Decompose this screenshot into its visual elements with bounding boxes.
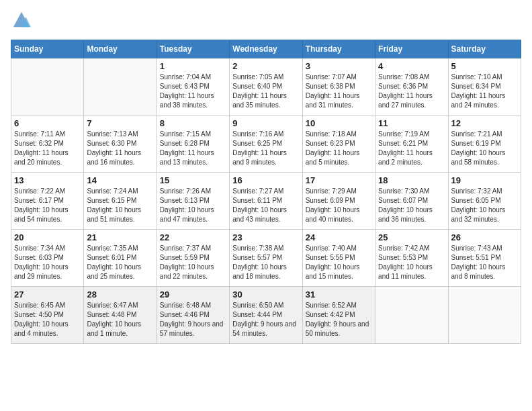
- calendar-cell: 23Sunrise: 7:38 AM Sunset: 5:57 PM Dayli…: [230, 230, 302, 287]
- day-info: Sunrise: 7:13 AM Sunset: 6:30 PM Dayligh…: [87, 130, 153, 167]
- day-number: 27: [14, 289, 81, 300]
- calendar-header-wednesday: Wednesday: [230, 40, 302, 58]
- calendar-header-thursday: Thursday: [302, 40, 375, 58]
- calendar-cell: 28Sunrise: 6:47 AM Sunset: 4:48 PM Dayli…: [84, 287, 157, 344]
- calendar-week-row: 27Sunrise: 6:45 AM Sunset: 4:50 PM Dayli…: [11, 287, 521, 344]
- day-number: 14: [87, 175, 153, 185]
- calendar-cell: 2Sunrise: 7:05 AM Sunset: 6:40 PM Daylig…: [230, 58, 302, 116]
- calendar-header-row: SundayMondayTuesdayWednesdayThursdayFrid…: [11, 40, 521, 58]
- calendar-cell: 7Sunrise: 7:13 AM Sunset: 6:30 PM Daylig…: [84, 116, 157, 173]
- day-info: Sunrise: 7:18 AM Sunset: 6:23 PM Dayligh…: [306, 130, 372, 167]
- calendar-cell: 25Sunrise: 7:42 AM Sunset: 5:53 PM Dayli…: [375, 230, 448, 287]
- day-info: Sunrise: 7:40 AM Sunset: 5:55 PM Dayligh…: [306, 244, 372, 281]
- day-number: 21: [87, 232, 153, 242]
- calendar-cell: 8Sunrise: 7:15 AM Sunset: 6:28 PM Daylig…: [157, 116, 229, 173]
- day-info: Sunrise: 7:37 AM Sunset: 5:59 PM Dayligh…: [160, 244, 226, 281]
- day-info: Sunrise: 6:50 AM Sunset: 4:44 PM Dayligh…: [232, 301, 299, 338]
- calendar-week-row: 1Sunrise: 7:04 AM Sunset: 6:43 PM Daylig…: [11, 58, 521, 116]
- day-number: 18: [378, 175, 445, 185]
- calendar-cell: 9Sunrise: 7:16 AM Sunset: 6:25 PM Daylig…: [230, 116, 302, 173]
- calendar-cell: [448, 287, 521, 344]
- calendar-header-monday: Monday: [84, 40, 157, 58]
- day-number: 31: [306, 289, 372, 300]
- day-number: 9: [232, 118, 299, 128]
- logo-icon: [12, 11, 31, 30]
- day-number: 20: [14, 232, 81, 242]
- calendar-cell: [11, 58, 84, 116]
- calendar-header-friday: Friday: [375, 40, 448, 58]
- logo: [11, 11, 31, 33]
- day-info: Sunrise: 7:29 AM Sunset: 6:09 PM Dayligh…: [306, 187, 372, 224]
- day-number: 10: [306, 118, 372, 128]
- calendar-cell: 16Sunrise: 7:27 AM Sunset: 6:11 PM Dayli…: [230, 173, 302, 230]
- calendar-header-saturday: Saturday: [448, 40, 521, 58]
- calendar-cell: 5Sunrise: 7:10 AM Sunset: 6:34 PM Daylig…: [448, 58, 521, 116]
- day-info: Sunrise: 6:45 AM Sunset: 4:50 PM Dayligh…: [14, 301, 81, 338]
- calendar-week-row: 13Sunrise: 7:22 AM Sunset: 6:17 PM Dayli…: [11, 173, 521, 230]
- calendar-cell: 30Sunrise: 6:50 AM Sunset: 4:44 PM Dayli…: [230, 287, 302, 344]
- day-info: Sunrise: 7:05 AM Sunset: 6:40 PM Dayligh…: [232, 73, 299, 110]
- day-info: Sunrise: 6:48 AM Sunset: 4:46 PM Dayligh…: [160, 301, 226, 338]
- calendar-cell: 12Sunrise: 7:21 AM Sunset: 6:19 PM Dayli…: [448, 116, 521, 173]
- day-info: Sunrise: 7:35 AM Sunset: 6:01 PM Dayligh…: [87, 244, 153, 281]
- day-number: 5: [451, 61, 518, 71]
- day-info: Sunrise: 7:11 AM Sunset: 6:32 PM Dayligh…: [14, 130, 81, 167]
- calendar-cell: 20Sunrise: 7:34 AM Sunset: 6:03 PM Dayli…: [11, 230, 84, 287]
- day-info: Sunrise: 7:24 AM Sunset: 6:15 PM Dayligh…: [87, 187, 153, 224]
- day-info: Sunrise: 7:21 AM Sunset: 6:19 PM Dayligh…: [451, 130, 518, 167]
- day-info: Sunrise: 7:38 AM Sunset: 5:57 PM Dayligh…: [232, 244, 299, 281]
- calendar-cell: [375, 287, 448, 344]
- day-info: Sunrise: 7:42 AM Sunset: 5:53 PM Dayligh…: [378, 244, 445, 281]
- day-number: 28: [87, 289, 153, 300]
- day-number: 6: [14, 118, 81, 128]
- calendar-cell: 1Sunrise: 7:04 AM Sunset: 6:43 PM Daylig…: [157, 58, 229, 116]
- day-info: Sunrise: 7:16 AM Sunset: 6:25 PM Dayligh…: [232, 130, 299, 167]
- calendar-cell: 10Sunrise: 7:18 AM Sunset: 6:23 PM Dayli…: [302, 116, 375, 173]
- calendar-cell: 29Sunrise: 6:48 AM Sunset: 4:46 PM Dayli…: [157, 287, 229, 344]
- day-info: Sunrise: 7:32 AM Sunset: 6:05 PM Dayligh…: [451, 187, 518, 224]
- calendar-cell: 13Sunrise: 7:22 AM Sunset: 6:17 PM Dayli…: [11, 173, 84, 230]
- day-number: 11: [378, 118, 445, 128]
- calendar-cell: 6Sunrise: 7:11 AM Sunset: 6:32 PM Daylig…: [11, 116, 84, 173]
- day-info: Sunrise: 7:15 AM Sunset: 6:28 PM Dayligh…: [160, 130, 226, 167]
- calendar-week-row: 20Sunrise: 7:34 AM Sunset: 6:03 PM Dayli…: [11, 230, 521, 287]
- day-number: 2: [232, 61, 299, 71]
- day-number: 22: [160, 232, 226, 242]
- calendar-cell: 4Sunrise: 7:08 AM Sunset: 6:36 PM Daylig…: [375, 58, 448, 116]
- calendar-cell: 22Sunrise: 7:37 AM Sunset: 5:59 PM Dayli…: [157, 230, 229, 287]
- day-number: 17: [306, 175, 372, 185]
- calendar-cell: 26Sunrise: 7:43 AM Sunset: 5:51 PM Dayli…: [448, 230, 521, 287]
- calendar-cell: 31Sunrise: 6:52 AM Sunset: 4:42 PM Dayli…: [302, 287, 375, 344]
- day-number: 12: [451, 118, 518, 128]
- day-number: 16: [232, 175, 299, 185]
- calendar-cell: 3Sunrise: 7:07 AM Sunset: 6:38 PM Daylig…: [302, 58, 375, 116]
- day-info: Sunrise: 6:47 AM Sunset: 4:48 PM Dayligh…: [87, 301, 153, 338]
- day-number: 24: [306, 232, 372, 242]
- calendar-cell: 19Sunrise: 7:32 AM Sunset: 6:05 PM Dayli…: [448, 173, 521, 230]
- day-info: Sunrise: 7:22 AM Sunset: 6:17 PM Dayligh…: [14, 187, 81, 224]
- calendar-cell: 14Sunrise: 7:24 AM Sunset: 6:15 PM Dayli…: [84, 173, 157, 230]
- day-number: 23: [232, 232, 299, 242]
- day-number: 3: [306, 61, 372, 71]
- day-info: Sunrise: 7:04 AM Sunset: 6:43 PM Dayligh…: [160, 73, 226, 110]
- calendar-cell: [84, 58, 157, 116]
- calendar-header-tuesday: Tuesday: [157, 40, 229, 58]
- day-number: 8: [160, 118, 226, 128]
- day-number: 1: [160, 61, 226, 71]
- day-number: 30: [232, 289, 299, 300]
- day-info: Sunrise: 7:43 AM Sunset: 5:51 PM Dayligh…: [451, 244, 518, 281]
- calendar-header-sunday: Sunday: [11, 40, 84, 58]
- day-info: Sunrise: 7:07 AM Sunset: 6:38 PM Dayligh…: [306, 73, 372, 110]
- calendar-cell: 21Sunrise: 7:35 AM Sunset: 6:01 PM Dayli…: [84, 230, 157, 287]
- day-info: Sunrise: 7:08 AM Sunset: 6:36 PM Dayligh…: [378, 73, 445, 110]
- day-number: 25: [378, 232, 445, 242]
- calendar-table: SundayMondayTuesdayWednesdayThursdayFrid…: [11, 40, 521, 344]
- day-number: 29: [160, 289, 226, 300]
- calendar-cell: 15Sunrise: 7:26 AM Sunset: 6:13 PM Dayli…: [157, 173, 229, 230]
- day-info: Sunrise: 7:10 AM Sunset: 6:34 PM Dayligh…: [451, 73, 518, 110]
- page-header: [11, 11, 521, 33]
- calendar-cell: 17Sunrise: 7:29 AM Sunset: 6:09 PM Dayli…: [302, 173, 375, 230]
- day-info: Sunrise: 7:27 AM Sunset: 6:11 PM Dayligh…: [232, 187, 299, 224]
- day-number: 13: [14, 175, 81, 185]
- day-number: 19: [451, 175, 518, 185]
